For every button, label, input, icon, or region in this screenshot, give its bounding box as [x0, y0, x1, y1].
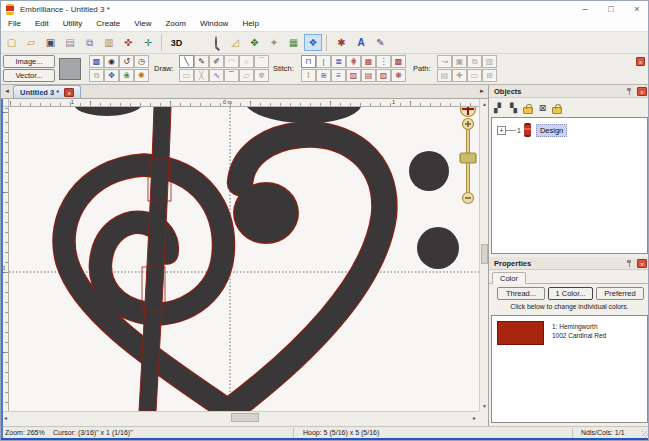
- vertical-scroll-thumb[interactable]: [481, 244, 488, 264]
- properties-close-icon[interactable]: x: [637, 259, 647, 268]
- gears-icon[interactable]: ✺: [134, 69, 149, 82]
- color-list[interactable]: 1: Hemingworth 1002 Cardinal Red: [491, 315, 648, 423]
- menu-help[interactable]: Help: [235, 17, 265, 31]
- bezier-tool-icon[interactable]: ✎: [194, 55, 209, 68]
- shape-tool-icon[interactable]: ▱: [239, 69, 254, 82]
- objects-close-icon[interactable]: x: [637, 87, 647, 96]
- run-stitch-icon[interactable]: ≡: [331, 69, 346, 82]
- scroll-left-icon[interactable]: ◄: [3, 415, 8, 421]
- duplicate-icon[interactable]: ⧉: [89, 69, 104, 82]
- cross-stitch-icon[interactable]: ⋕: [346, 55, 361, 68]
- new-document-icon[interactable]: ▢: [3, 34, 21, 51]
- zoom-tool-icon[interactable]: [207, 34, 225, 51]
- pin-icon[interactable]: [626, 259, 633, 267]
- image-button[interactable]: Image...: [3, 55, 55, 68]
- one-color-button[interactable]: 1 Color...: [548, 287, 593, 300]
- merge-design-icon[interactable]: ❖: [304, 34, 322, 51]
- wave-fill-icon[interactable]: ≋: [316, 69, 331, 82]
- background-color-swatch[interactable]: [59, 58, 81, 80]
- toolbar-close-icon[interactable]: x: [636, 57, 645, 66]
- flower-stipple-icon[interactable]: ❀: [119, 69, 134, 82]
- menu-utility[interactable]: Utility: [56, 17, 90, 31]
- lock-all-icon[interactable]: [552, 107, 562, 114]
- rotate-icon[interactable]: ↺: [119, 55, 134, 68]
- arc-tool-icon[interactable]: ◠: [224, 55, 239, 68]
- tab-scroll-left-icon[interactable]: ◄: [1, 85, 13, 98]
- path-expand-icon[interactable]: ⊞: [482, 69, 497, 82]
- objects-list[interactable]: + 1 Design: [491, 117, 648, 254]
- grid-fill-icon[interactable]: ▤: [361, 69, 376, 82]
- cut-tool-icon[interactable]: ╳: [194, 69, 209, 82]
- lock-icon[interactable]: [523, 107, 533, 114]
- menu-window[interactable]: Window: [193, 17, 235, 31]
- diagonal-fill-icon[interactable]: ▧: [376, 69, 391, 82]
- maximize-button[interactable]: □: [598, 2, 624, 17]
- path-add-icon[interactable]: ✚: [452, 69, 467, 82]
- stitch-simulator-icon[interactable]: ✜: [120, 34, 138, 51]
- path-union-icon[interactable]: ▣: [452, 55, 467, 68]
- view-detail-icon[interactable]: ▚: [507, 102, 520, 115]
- scroll-right-icon[interactable]: ►: [472, 415, 477, 421]
- lattice-fill-icon[interactable]: ▦: [361, 55, 376, 68]
- lasso-tool-icon[interactable]: ⌒: [254, 55, 269, 68]
- view-list-icon[interactable]: ▞: [491, 102, 504, 115]
- close-button[interactable]: ×: [624, 2, 649, 17]
- dots-stitch-icon[interactable]: ⋮: [376, 55, 391, 68]
- needle-icon[interactable]: ⌇: [301, 69, 316, 82]
- path-flatten-icon[interactable]: ▤: [437, 69, 452, 82]
- notes-icon[interactable]: ✎: [372, 34, 390, 51]
- object-label[interactable]: Design: [536, 124, 567, 137]
- tab-color[interactable]: Color: [492, 272, 526, 284]
- thread-chart-icon[interactable]: [187, 34, 205, 51]
- redraw-icon[interactable]: ✛: [139, 34, 157, 51]
- tab-untitled-3[interactable]: Untitled 3 * x: [13, 85, 81, 98]
- design-canvas[interactable]: N: [9, 107, 479, 411]
- preferred-button[interactable]: Preferred: [596, 287, 644, 300]
- motif-fill-icon[interactable]: ❋: [391, 69, 406, 82]
- delete-box-icon[interactable]: ⊠: [536, 102, 549, 115]
- horizontal-scrollbar[interactable]: ◄ ►: [1, 411, 479, 422]
- pen-tool-icon[interactable]: ✐: [209, 55, 224, 68]
- menu-file[interactable]: File: [1, 17, 28, 31]
- print-icon[interactable]: ▤: [61, 34, 79, 51]
- satin-line-icon[interactable]: |: [316, 55, 331, 68]
- pin-icon[interactable]: [626, 87, 633, 95]
- move-icon[interactable]: ✥: [104, 69, 119, 82]
- paste-icon[interactable]: ▥: [100, 34, 118, 51]
- pattern-fill-icon[interactable]: ▩: [391, 55, 406, 68]
- lettering-icon[interactable]: A: [352, 34, 370, 51]
- ellipse-tool-icon[interactable]: ○: [239, 55, 254, 68]
- select-icon[interactable]: ✦: [265, 34, 283, 51]
- history-clock-icon[interactable]: ◷: [134, 55, 149, 68]
- wave-tool-icon[interactable]: ∿: [209, 69, 224, 82]
- vector-button[interactable]: Vector...: [3, 69, 55, 82]
- minimize-button[interactable]: –: [572, 2, 598, 17]
- menu-view[interactable]: View: [127, 17, 158, 31]
- hoop-icon[interactable]: ✥: [246, 34, 264, 51]
- vertical-scrollbar[interactable]: ▲ ▼: [479, 99, 488, 411]
- visibility-eye-icon[interactable]: ◉: [104, 55, 119, 68]
- path-reverse-icon[interactable]: ↝: [437, 55, 452, 68]
- color-swatch[interactable]: [497, 321, 544, 345]
- 3d-view-icon[interactable]: 3D: [168, 34, 186, 51]
- path-overlap-icon[interactable]: ⧉: [467, 55, 482, 68]
- curve-tool-icon[interactable]: ⌒: [224, 69, 239, 82]
- library-icon[interactable]: ✱: [333, 34, 351, 51]
- rect-tool-icon[interactable]: ▭: [179, 69, 194, 82]
- menu-zoom[interactable]: Zoom: [158, 17, 192, 31]
- zoom-slider-handle[interactable]: [460, 153, 476, 163]
- line-tool-icon[interactable]: ╲: [179, 55, 194, 68]
- save-icon[interactable]: ▣: [42, 34, 60, 51]
- tab-close-icon[interactable]: x: [64, 88, 74, 97]
- canvas-nav-widget[interactable]: N: [455, 107, 479, 213]
- fill-lines-icon[interactable]: ≣: [331, 55, 346, 68]
- menu-create[interactable]: Create: [89, 17, 127, 31]
- path-mask-icon[interactable]: ▥: [482, 55, 497, 68]
- hatch-fill-icon[interactable]: ▨: [346, 69, 361, 82]
- open-folder-icon[interactable]: ▱: [22, 34, 40, 51]
- object-item-design[interactable]: + 1 Design: [497, 122, 567, 138]
- freehand-tool-icon[interactable]: ✾: [254, 69, 269, 82]
- menu-edit[interactable]: Edit: [28, 17, 56, 31]
- copy-icon[interactable]: ⧉: [81, 34, 99, 51]
- expand-icon[interactable]: +: [497, 126, 506, 135]
